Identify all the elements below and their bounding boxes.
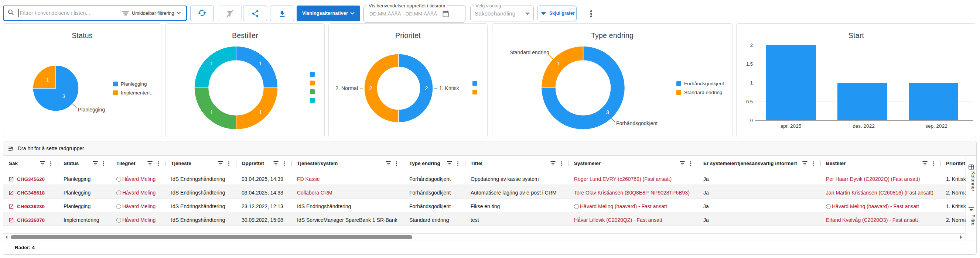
svg-text:Implementeri...: Implementeri... — [121, 90, 154, 96]
svg-text:des. 2022: des. 2022 — [853, 123, 874, 129]
svg-text:1: 1 — [259, 109, 262, 115]
svg-text:3: 3 — [62, 93, 65, 99]
svg-text:3: 3 — [606, 109, 609, 115]
svg-text:1: 1 — [210, 60, 213, 66]
svg-text:2: 2 — [425, 85, 428, 91]
svg-text:Forhåndsgodkjent: Forhåndsgodkjent — [684, 81, 724, 86]
svg-text:Planlegging: Planlegging — [78, 107, 105, 112]
svg-text:Planlegging: Planlegging — [121, 81, 147, 87]
svg-text:1: 1 — [210, 109, 213, 115]
svg-text:2: 2 — [369, 85, 372, 91]
svg-text:1. Kritisk: 1. Kritisk — [439, 85, 460, 91]
svg-text:1: 1 — [557, 60, 560, 66]
svg-text:Standard endring: Standard endring — [684, 90, 722, 95]
svg-text:Standard endring: Standard endring — [510, 49, 549, 55]
svg-text:Forhåndsgodkjent: Forhåndsgodkjent — [616, 120, 657, 126]
svg-text:1.5: 1.5 — [746, 61, 753, 67]
svg-text:2. Normal: 2. Normal — [336, 85, 358, 91]
svg-text:1: 1 — [750, 80, 753, 85]
svg-text:0: 0 — [750, 118, 753, 123]
svg-text:1: 1 — [259, 60, 262, 66]
svg-text:2: 2 — [750, 43, 753, 48]
svg-text:apr. 2025: apr. 2025 — [781, 123, 801, 129]
svg-text:sep. 2022: sep. 2022 — [925, 123, 947, 129]
svg-text:1: 1 — [46, 77, 49, 83]
svg-text:0.5: 0.5 — [746, 99, 753, 104]
